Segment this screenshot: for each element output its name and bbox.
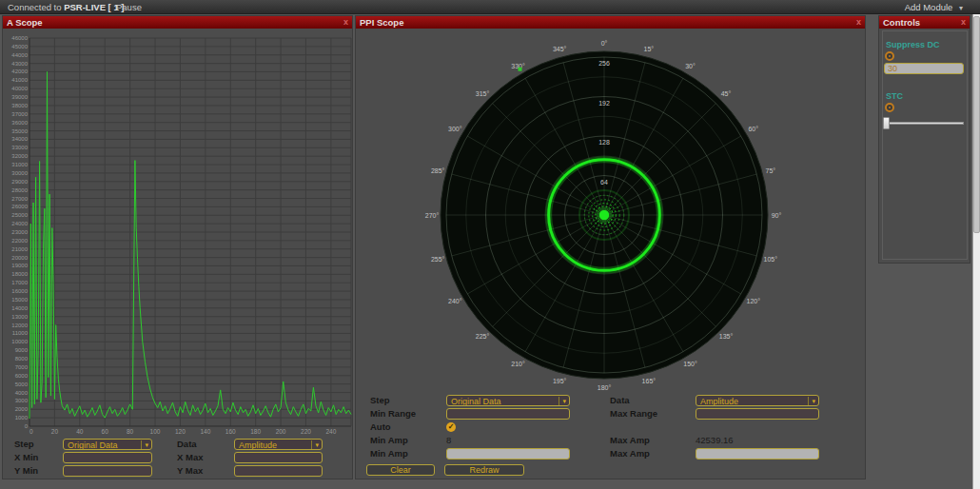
svg-text:255°: 255° bbox=[431, 256, 445, 263]
svg-text:14000: 14000 bbox=[11, 305, 28, 311]
step-dropdown[interactable]: Original Data ▾ bbox=[63, 439, 152, 450]
redraw-button[interactable]: Redraw bbox=[444, 464, 524, 476]
svg-text:180: 180 bbox=[250, 428, 261, 435]
svg-text:128: 128 bbox=[598, 139, 610, 146]
svg-text:27000: 27000 bbox=[11, 196, 28, 202]
chevron-down-icon: ▾ bbox=[559, 397, 566, 405]
ppi-step-dropdown[interactable]: Original Data ▾ bbox=[446, 395, 570, 406]
svg-text:60: 60 bbox=[102, 428, 109, 435]
suppress-dc-label: Suppress DC bbox=[886, 40, 940, 49]
svg-text:15000: 15000 bbox=[11, 297, 28, 303]
svg-text:285°: 285° bbox=[431, 167, 445, 174]
stc-toggle[interactable] bbox=[885, 103, 894, 112]
svg-text:315°: 315° bbox=[476, 90, 490, 97]
svg-text:30000: 30000 bbox=[11, 170, 28, 176]
x-max-input[interactable] bbox=[234, 452, 323, 463]
svg-text:20000: 20000 bbox=[11, 255, 28, 261]
a-scope-titlebar[interactable]: A Scope x bbox=[3, 16, 352, 29]
svg-text:6000: 6000 bbox=[15, 373, 29, 379]
controls-titlebar[interactable]: Controls x bbox=[879, 16, 970, 29]
x-min-input[interactable] bbox=[63, 452, 152, 463]
controls-title: Controls bbox=[883, 17, 920, 28]
stc-slider-track[interactable] bbox=[884, 122, 964, 125]
ppi-scope-display: 641281922560°15°30°45°60°75°90°105°120°1… bbox=[356, 29, 867, 394]
svg-text:300°: 300° bbox=[448, 126, 462, 132]
svg-text:180°: 180° bbox=[598, 384, 612, 391]
max-amp-input-label: Max Amp bbox=[610, 448, 650, 460]
svg-text:25000: 25000 bbox=[11, 212, 28, 218]
svg-text:13000: 13000 bbox=[11, 314, 28, 320]
svg-text:0: 0 bbox=[29, 428, 33, 435]
data-dropdown-value: Amplitude bbox=[239, 440, 277, 450]
close-icon[interactable]: x bbox=[856, 16, 861, 29]
svg-text:18000: 18000 bbox=[11, 271, 28, 277]
y-min-input[interactable] bbox=[63, 465, 152, 477]
ppi-data-dropdown[interactable]: Amplitude ▾ bbox=[696, 395, 819, 406]
data-label: Data bbox=[177, 439, 197, 450]
svg-text:44000: 44000 bbox=[11, 52, 28, 58]
min-amp-value: 8 bbox=[446, 435, 451, 446]
svg-text:29000: 29000 bbox=[11, 179, 28, 185]
svg-text:90°: 90° bbox=[772, 212, 782, 219]
svg-text:37000: 37000 bbox=[11, 111, 28, 117]
svg-text:23000: 23000 bbox=[11, 229, 28, 235]
svg-text:135°: 135° bbox=[719, 333, 734, 340]
svg-text:64: 64 bbox=[600, 179, 608, 186]
svg-text:165°: 165° bbox=[642, 378, 657, 384]
x-max-label: X Max bbox=[177, 452, 203, 463]
svg-text:105°: 105° bbox=[764, 256, 778, 263]
auto-checkbox[interactable]: ✓ bbox=[446, 422, 456, 432]
stc-slider-handle[interactable] bbox=[883, 117, 890, 129]
data-dropdown[interactable]: Amplitude ▾ bbox=[234, 439, 323, 450]
close-icon[interactable]: x bbox=[343, 16, 348, 29]
chevron-down-icon: ▾ bbox=[959, 4, 963, 12]
svg-text:60°: 60° bbox=[748, 126, 758, 132]
max-range-input[interactable] bbox=[696, 408, 819, 420]
suppress-dc-toggle[interactable] bbox=[885, 51, 894, 61]
svg-text:10000: 10000 bbox=[11, 339, 28, 344]
min-range-input[interactable] bbox=[446, 408, 570, 420]
svg-text:150°: 150° bbox=[683, 361, 697, 367]
chevron-down-icon: ▾ bbox=[808, 397, 815, 405]
connection-status-prefix: Connected to bbox=[8, 2, 62, 12]
step-label: Step bbox=[14, 439, 34, 450]
svg-text:240: 240 bbox=[325, 428, 336, 435]
connection-target: PSR-LIVE [ 1 ] bbox=[64, 2, 124, 12]
svg-text:41000: 41000 bbox=[11, 77, 28, 83]
svg-text:160: 160 bbox=[225, 428, 236, 435]
svg-text:120: 120 bbox=[175, 428, 186, 435]
ppi-scope-panel: PPI Scope x 641281922560°15°30°45°60°75°… bbox=[355, 15, 866, 479]
svg-text:40000: 40000 bbox=[11, 86, 28, 91]
ppi-scope-titlebar[interactable]: PPI Scope x bbox=[356, 16, 865, 29]
svg-text:9000: 9000 bbox=[15, 347, 29, 353]
ppi-data-dropdown-value: Amplitude bbox=[700, 397, 738, 406]
svg-text:75°: 75° bbox=[766, 167, 776, 174]
max-amp-input bbox=[696, 448, 819, 460]
controls-panel: Controls x Suppress DC STC - bbox=[878, 15, 970, 264]
svg-text:31000: 31000 bbox=[11, 162, 28, 167]
svg-text:4000: 4000 bbox=[15, 390, 29, 396]
svg-text:120°: 120° bbox=[747, 298, 761, 304]
min-amp-label: Min Amp bbox=[370, 435, 408, 446]
svg-text:21000: 21000 bbox=[11, 246, 28, 252]
svg-text:30°: 30° bbox=[685, 63, 696, 69]
svg-text:192: 192 bbox=[598, 100, 610, 107]
scrollbar-thumb[interactable] bbox=[973, 16, 980, 233]
y-max-label: Y Max bbox=[177, 465, 203, 477]
add-module-button[interactable]: Add Module ▾ bbox=[905, 0, 963, 15]
svg-text:38000: 38000 bbox=[11, 103, 28, 108]
clear-button[interactable]: Clear bbox=[366, 464, 435, 476]
max-range-label: Max Range bbox=[610, 408, 657, 420]
ppi-scope-title: PPI Scope bbox=[360, 17, 403, 28]
svg-text:46000: 46000 bbox=[11, 35, 28, 41]
max-amp-value: 42539.16 bbox=[696, 435, 734, 446]
close-icon[interactable]: x bbox=[961, 16, 966, 29]
pause-menu-button[interactable]: Pause bbox=[116, 0, 142, 14]
y-max-input[interactable] bbox=[234, 465, 323, 477]
svg-text:256: 256 bbox=[598, 60, 610, 67]
vertical-scrollbar[interactable] bbox=[972, 14, 980, 489]
svg-text:2000: 2000 bbox=[15, 406, 29, 412]
svg-text:39000: 39000 bbox=[11, 94, 28, 100]
step-dropdown-value: Original Data bbox=[68, 440, 118, 450]
svg-text:35000: 35000 bbox=[11, 128, 28, 134]
